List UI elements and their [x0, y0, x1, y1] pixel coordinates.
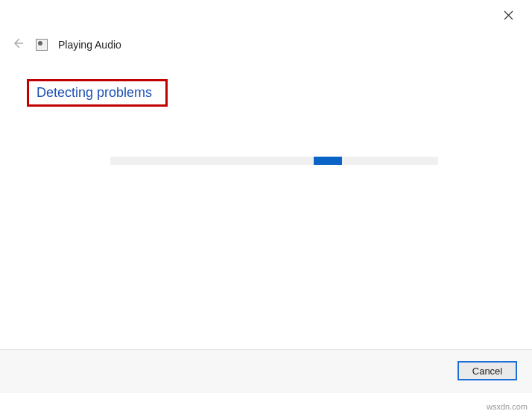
- cancel-button[interactable]: Cancel: [457, 361, 517, 380]
- status-highlight: Detecting problems: [27, 79, 168, 107]
- progress-bar: [110, 157, 438, 165]
- troubleshooter-icon: [36, 39, 48, 51]
- progress-indicator: [314, 157, 342, 165]
- watermark: wsxdn.com: [487, 402, 528, 411]
- close-icon: [504, 10, 513, 23]
- back-button[interactable]: [10, 37, 25, 52]
- footer: Cancel: [0, 350, 532, 393]
- arrow-left-icon: [12, 37, 24, 52]
- close-button[interactable]: [501, 9, 516, 24]
- status-text: Detecting problems: [37, 85, 152, 101]
- troubleshooter-window: Playing Audio Detecting problems Cancel …: [0, 0, 532, 414]
- header: Playing Audio: [10, 37, 121, 52]
- page-title: Playing Audio: [58, 39, 121, 51]
